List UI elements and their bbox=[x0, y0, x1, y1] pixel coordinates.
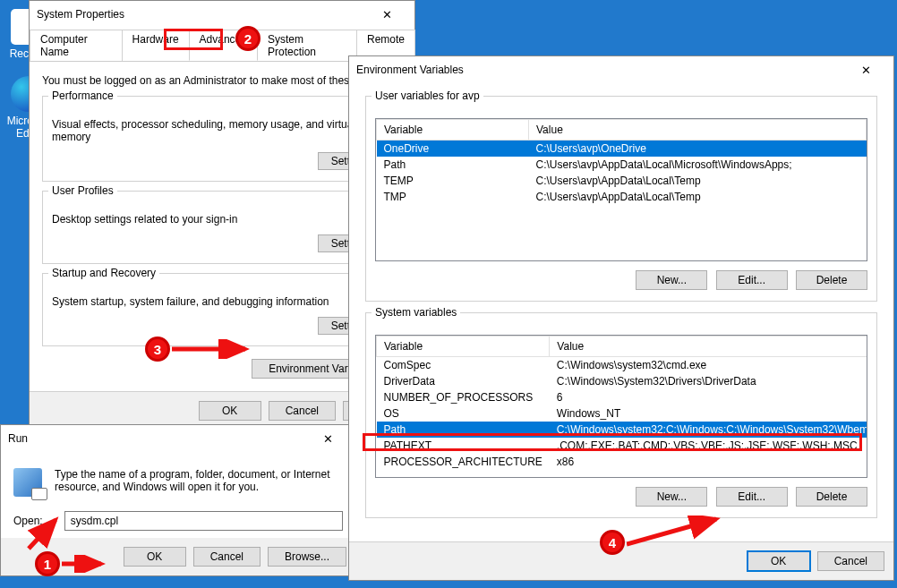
table-row[interactable]: DriverDataC:\Windows\System32\Drivers\Dr… bbox=[377, 373, 868, 389]
system-delete-button[interactable]: Delete bbox=[796, 487, 867, 507]
close-icon[interactable]: ✕ bbox=[367, 1, 407, 28]
table-row[interactable]: PathC:\Windows\system32;C:\Windows;C:\Wi… bbox=[377, 422, 868, 438]
user-edit-button[interactable]: Edit... bbox=[716, 270, 788, 290]
user-variables-table[interactable]: Variable Value OneDriveC:\Users\avp\OneD… bbox=[375, 118, 867, 261]
user-delete-button[interactable]: Delete bbox=[796, 270, 867, 290]
browse-button[interactable]: Browse... bbox=[268, 547, 346, 567]
col-variable[interactable]: Variable bbox=[377, 120, 529, 141]
system-edit-button[interactable]: Edit... bbox=[716, 487, 788, 507]
user-new-button[interactable]: New... bbox=[636, 270, 707, 290]
system-variables-table[interactable]: Variable Value ComSpecC:\Windows\system3… bbox=[375, 335, 867, 478]
annotation-arrow-3 bbox=[172, 339, 254, 359]
close-icon[interactable]: ✕ bbox=[846, 56, 886, 83]
user-variables-group: User variables for avp Variable Value On… bbox=[365, 96, 877, 302]
window-title: Run bbox=[8, 432, 28, 445]
cancel-button[interactable]: Cancel bbox=[269, 401, 336, 421]
svg-line-3 bbox=[627, 519, 716, 544]
table-row[interactable]: TMPC:\Users\avp\AppData\Local\Temp bbox=[377, 189, 867, 205]
table-row[interactable]: ComSpecC:\Windows\system32\cmd.exe bbox=[377, 357, 868, 374]
svg-line-2 bbox=[29, 520, 56, 549]
col-value[interactable]: Value bbox=[550, 337, 867, 357]
table-row[interactable]: OneDriveC:\Users\avp\OneDrive bbox=[377, 141, 867, 158]
tab-computer-name[interactable]: Computer Name bbox=[30, 30, 123, 61]
ok-button[interactable]: OK bbox=[199, 401, 261, 421]
titlebar[interactable]: System Properties ✕ bbox=[30, 1, 414, 28]
table-row[interactable]: TEMPC:\Users\avp\AppData\Local\Temp bbox=[377, 173, 867, 189]
table-row[interactable]: OSWindows_NT bbox=[377, 405, 868, 422]
col-value[interactable]: Value bbox=[529, 120, 867, 141]
annotation-callout-4: 4 bbox=[600, 530, 625, 555]
table-row[interactable]: PATHEXT.COM;.EXE;.BAT;.CMD;.VBS;.VBE;.JS… bbox=[377, 438, 868, 454]
run-icon bbox=[13, 468, 42, 497]
run-description: Type the name of a program, folder, docu… bbox=[55, 468, 343, 497]
annotation-arrow-1 bbox=[62, 555, 110, 573]
system-variables-group: System variables Variable Value ComSpecC… bbox=[365, 312, 877, 518]
tab-system-protection[interactable]: System Protection bbox=[257, 30, 357, 61]
titlebar[interactable]: Run ✕ bbox=[1, 425, 355, 452]
col-variable[interactable]: Variable bbox=[377, 337, 550, 357]
window-title: Environment Variables bbox=[356, 64, 464, 76]
open-input[interactable] bbox=[64, 511, 343, 531]
titlebar[interactable]: Environment Variables ✕ bbox=[349, 56, 893, 83]
cancel-button[interactable]: Cancel bbox=[817, 551, 884, 571]
annotation-callout-1: 1 bbox=[35, 551, 60, 576]
environment-variables-window: Environment Variables ✕ User variables f… bbox=[348, 55, 894, 581]
annotation-callout-3: 3 bbox=[145, 337, 170, 362]
table-row[interactable]: PathC:\Users\avp\AppData\Local\Microsoft… bbox=[377, 157, 867, 173]
annotation-arrow-4 bbox=[627, 516, 725, 551]
table-row[interactable]: PROCESSOR_ARCHITECTUREx86 bbox=[377, 454, 868, 470]
annotation-arrow-open bbox=[20, 515, 63, 550]
system-new-button[interactable]: New... bbox=[636, 487, 707, 507]
table-row[interactable]: NUMBER_OF_PROCESSORS6 bbox=[377, 389, 868, 405]
ok-button[interactable]: OK bbox=[124, 547, 186, 567]
ok-button[interactable]: OK bbox=[748, 551, 810, 571]
tab-hardware[interactable]: Hardware bbox=[122, 30, 190, 61]
cancel-button[interactable]: Cancel bbox=[193, 547, 261, 567]
close-icon[interactable]: ✕ bbox=[308, 425, 348, 452]
window-title: System Properties bbox=[37, 8, 124, 21]
annotation-callout-2: 2 bbox=[235, 26, 261, 51]
